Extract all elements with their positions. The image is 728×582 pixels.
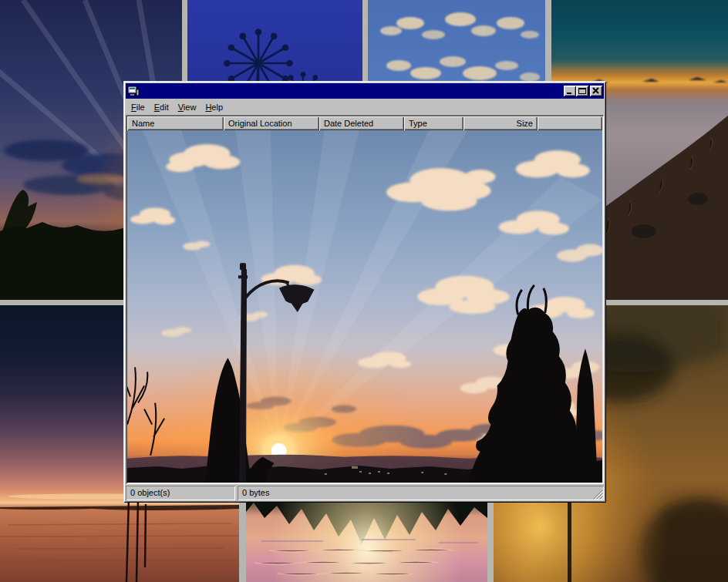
list-view: Name Original Location Date Deleted Type… [126,115,604,484]
menu-help[interactable]: Help [201,101,228,113]
window-controls [564,86,602,96]
column-header-type[interactable]: Type [404,116,463,130]
status-bytes-text: 0 bytes [242,488,269,497]
file-list-area-sunset-photo[interactable] [127,130,602,483]
column-headers: Name Original Location Date Deleted Type… [127,116,602,130]
computer-icon[interactable] [127,85,140,97]
menu-view[interactable]: View [174,101,201,113]
minimize-button[interactable] [564,86,576,96]
column-header-filler [538,116,602,130]
recycle-bin-window: File Edit View Help Name Original Locati… [123,81,606,503]
column-header-original-location[interactable]: Original Location [224,116,319,130]
resize-grip[interactable] [593,489,603,500]
status-bar: 0 object(s) 0 bytes [126,486,604,500]
desktop[interactable]: File Edit View Help Name Original Locati… [0,0,728,582]
window-titlebar[interactable] [126,83,604,99]
menu-bar: File Edit View Help [126,99,604,115]
status-bytes: 0 bytes [238,486,604,500]
column-header-date-deleted[interactable]: Date Deleted [319,116,404,130]
status-objects: 0 object(s) [126,486,235,500]
close-button[interactable] [590,86,602,96]
column-header-name[interactable]: Name [127,116,224,130]
menu-edit[interactable]: Edit [150,101,174,113]
menu-file[interactable]: File [126,101,150,113]
column-header-size[interactable]: Size [463,116,538,130]
maximize-button[interactable] [576,86,588,96]
